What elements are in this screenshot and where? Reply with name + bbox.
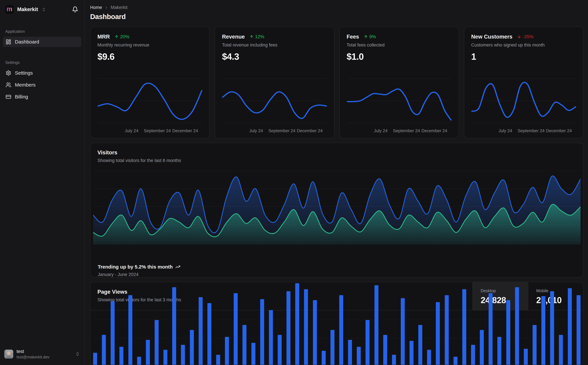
users-icon xyxy=(6,82,11,88)
trend-badge: 20% xyxy=(114,34,129,39)
page-views-card: Page Views Showing total visitors for th… xyxy=(90,282,583,365)
stat-card-new-customers: New Customers -25% Customers who signed … xyxy=(464,27,583,139)
visitors-card: Visitors Showing total visitors for the … xyxy=(90,143,583,277)
sparkline-x-axis: July 24 September 24 December 24 xyxy=(97,128,202,134)
user-name: test xyxy=(17,349,49,354)
dashboard-grid-icon xyxy=(6,39,11,45)
main-content: Home Makerkit Dashboard MRR 20% Monthly … xyxy=(84,0,588,365)
trend-badge: -25% xyxy=(517,34,533,39)
chevron-right-icon xyxy=(104,6,108,10)
sidebar-item-label: Members xyxy=(15,82,35,88)
sidebar-item-settings[interactable]: Settings xyxy=(3,68,81,78)
sparkline-x-axis: July 24 September 24 December 24 xyxy=(347,128,452,134)
sparkline-chart: July 24 September 24 December 24 xyxy=(347,68,452,134)
chevrons-up-down-icon xyxy=(75,352,80,356)
stat-value: $4.3 xyxy=(222,51,327,62)
visitors-subtitle: Showing total visitors for the last 6 mo… xyxy=(97,158,576,163)
notifications-button[interactable] xyxy=(71,5,79,14)
section-label-settings: Settings xyxy=(5,60,79,65)
stat-description: Total revenue including fees xyxy=(222,42,327,48)
stat-value: $9.6 xyxy=(97,51,202,62)
page-views-title: Page Views xyxy=(97,289,465,295)
stat-description: Total fees collected xyxy=(347,42,452,48)
sidebar-item-label: Billing xyxy=(15,94,28,100)
sparkline-chart: July 24 September 24 December 24 xyxy=(471,68,576,134)
logo-letter: m xyxy=(7,6,12,12)
sparkline-x-axis: July 24 September 24 December 24 xyxy=(471,128,576,134)
toggle-label: Desktop xyxy=(481,288,520,293)
stat-cards-row: MRR 20% Monthly recurring revenue $9.6 J… xyxy=(90,27,583,139)
user-email: test@makerkit.dev xyxy=(17,355,49,359)
gear-icon xyxy=(6,70,11,76)
bell-icon xyxy=(72,6,78,13)
chevrons-up-down-icon xyxy=(42,7,46,12)
stat-value: 1 xyxy=(471,51,576,62)
arrow-up-icon xyxy=(114,35,119,39)
stat-card-fees: Fees 9% Total fees collected $1.0 July 2… xyxy=(339,27,459,139)
visitors-trend-line: Trending up by 5.2% this month xyxy=(98,264,576,270)
breadcrumb-current: Makerkit xyxy=(111,5,128,10)
workspace-name: Makerkit xyxy=(17,7,38,12)
stat-title: Fees xyxy=(347,34,359,40)
stat-value: $1.0 xyxy=(347,51,452,62)
toggle-desktop[interactable]: Desktop 24,828 xyxy=(473,282,528,310)
page-title: Dashboard xyxy=(90,13,583,21)
sidebar-item-billing[interactable]: Billing xyxy=(3,92,81,102)
toggle-mobile[interactable]: Mobile 25,010 xyxy=(528,282,583,310)
stat-title: Revenue xyxy=(222,34,245,40)
sidebar-item-dashboard[interactable]: Dashboard xyxy=(3,37,81,47)
toggle-value: 24,828 xyxy=(481,295,520,305)
page-views-subtitle: Showing total visitors for the last 3 mo… xyxy=(97,297,465,302)
visitors-area-chart xyxy=(90,170,583,245)
trend-badge: 12% xyxy=(249,34,264,39)
visitors-title: Visitors xyxy=(97,149,576,156)
visitors-date-range: January - June 2024 xyxy=(98,272,576,277)
sidebar-item-label: Settings xyxy=(15,70,33,76)
arrow-up-icon xyxy=(249,35,254,39)
trending-up-icon xyxy=(175,264,180,269)
stat-description: Customers who signed up this month xyxy=(471,42,576,48)
trend-badge: 9% xyxy=(364,34,376,39)
sidebar-item-label: Dashboard xyxy=(15,39,39,45)
stat-title: MRR xyxy=(97,34,110,40)
sparkline-chart: July 24 September 24 December 24 xyxy=(222,68,327,134)
sidebar-item-members[interactable]: Members xyxy=(3,80,81,90)
credit-card-icon xyxy=(6,94,11,100)
section-label-application: Application xyxy=(5,29,79,34)
nav-section-application: Application Dashboard xyxy=(3,29,81,47)
page-views-bar-chart xyxy=(93,310,581,365)
breadcrumb-home-link[interactable]: Home xyxy=(90,5,102,10)
arrow-down-icon xyxy=(517,35,521,39)
stat-title: New Customers xyxy=(471,34,512,40)
workspace-switcher[interactable]: m Makerkit xyxy=(3,5,81,14)
stat-description: Monthly recurring revenue xyxy=(97,42,202,48)
avatar xyxy=(4,350,13,358)
arrow-up-icon xyxy=(364,35,368,39)
sparkline-x-axis: July 24 September 24 December 24 xyxy=(222,128,327,134)
breadcrumb: Home Makerkit xyxy=(90,5,583,10)
sidebar: m Makerkit Application Dashboard Setting… xyxy=(0,0,84,365)
stat-card-mrr: MRR 20% Monthly recurring revenue $9.6 J… xyxy=(90,27,210,139)
user-menu[interactable]: test test@makerkit.dev xyxy=(3,348,81,360)
nav-section-settings: Settings Settings Members Billing xyxy=(3,60,81,102)
stat-card-revenue: Revenue 12% Total revenue including fees… xyxy=(215,27,334,139)
makerkit-logo: m xyxy=(5,5,14,14)
sparkline-chart: July 24 September 24 December 24 xyxy=(97,68,202,134)
